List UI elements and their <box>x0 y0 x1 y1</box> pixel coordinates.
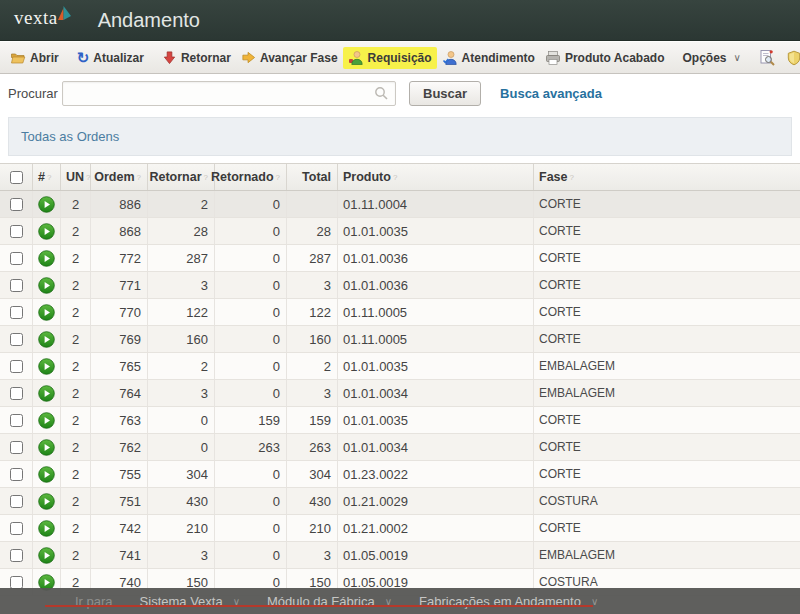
row-checkbox[interactable] <box>10 441 23 454</box>
cell-produto: 01.21.0029 <box>338 488 534 514</box>
play-icon[interactable] <box>38 493 55 510</box>
row-checkbox[interactable] <box>10 360 23 373</box>
table-row[interactable]: 2 769 160 0 160 01.11.0005 CORTE <box>0 326 800 353</box>
table-row[interactable]: 2 741 3 0 3 01.05.0019 EMBALAGEM <box>0 542 800 569</box>
toolbar: Abrir ↻ Atualizar Retornar Avançar Fase … <box>0 41 800 74</box>
row-checkbox[interactable] <box>10 333 23 346</box>
play-icon[interactable] <box>38 439 55 456</box>
atendimento-button[interactable]: Atendimento <box>437 47 540 69</box>
row-checkbox[interactable] <box>10 279 23 292</box>
shield-button[interactable] <box>781 47 800 69</box>
column-header-retornar[interactable]: Retornar? <box>148 164 215 190</box>
cell-fase: CORTE <box>534 461 800 487</box>
cell-produto: 01.01.0034 <box>338 380 534 406</box>
row-checkbox[interactable] <box>10 549 23 562</box>
table-row[interactable]: 2 765 2 0 2 01.01.0035 EMBALAGEM <box>0 353 800 380</box>
sort-hint-icon: ? <box>570 173 574 182</box>
cell-un: 2 <box>61 434 91 460</box>
table-row[interactable]: 2 886 2 0 01.11.0004 CORTE <box>0 191 800 218</box>
sort-hint-icon: ? <box>393 173 397 182</box>
avancar-fase-button[interactable]: Avançar Fase <box>236 47 343 68</box>
table-row[interactable]: 2 772 287 0 287 01.01.0036 CORTE <box>0 245 800 272</box>
row-action-cell <box>33 407 61 433</box>
abrir-button[interactable]: Abrir <box>5 47 64 69</box>
column-header-total[interactable]: Total <box>287 164 338 190</box>
row-checkbox[interactable] <box>10 225 23 238</box>
column-header-fase[interactable]: Fase? <box>534 164 800 190</box>
column-header-ordem[interactable]: Ordem? <box>91 164 148 190</box>
row-checkbox[interactable] <box>10 468 23 481</box>
column-header-un[interactable]: UN? <box>61 164 91 190</box>
cell-retornado: 0 <box>215 299 287 325</box>
row-checkbox[interactable] <box>10 414 23 427</box>
cell-produto: 01.01.0036 <box>338 245 534 271</box>
row-checkbox[interactable] <box>10 387 23 400</box>
cell-produto: 01.23.0022 <box>338 461 534 487</box>
produto-acabado-button[interactable]: Produto Acabado <box>540 47 670 69</box>
cell-un: 2 <box>61 191 91 217</box>
cell-retornado: 159 <box>215 407 287 433</box>
play-icon[interactable] <box>38 196 55 213</box>
table-row[interactable]: 2 755 304 0 304 01.23.0022 CORTE <box>0 461 800 488</box>
buscar-button[interactable]: Buscar <box>409 81 481 106</box>
cell-retornar: 28 <box>148 218 215 244</box>
cell-fase: EMBALAGEM <box>534 380 800 406</box>
cell-retornado: 263 <box>215 434 287 460</box>
person-blue-icon <box>442 50 458 66</box>
sort-hint-icon: ? <box>204 173 208 182</box>
row-action-cell <box>33 353 61 379</box>
row-checkbox[interactable] <box>10 576 23 589</box>
row-checkbox[interactable] <box>10 495 23 508</box>
cell-total: 28 <box>287 218 338 244</box>
play-icon[interactable] <box>38 547 55 564</box>
retornar-button[interactable]: Retornar <box>157 47 236 68</box>
table-row[interactable]: 2 764 3 0 3 01.01.0034 EMBALAGEM <box>0 380 800 407</box>
cell-fase: CORTE <box>534 434 800 460</box>
cell-fase: CORTE <box>534 326 800 352</box>
play-icon[interactable] <box>38 223 55 240</box>
table-row[interactable]: 2 770 122 0 122 01.11.0005 CORTE <box>0 299 800 326</box>
row-checkbox[interactable] <box>10 306 23 319</box>
table-row[interactable]: 2 763 0 159 159 01.01.0035 CORTE <box>0 407 800 434</box>
row-action-cell <box>33 245 61 271</box>
play-icon[interactable] <box>38 250 55 267</box>
cell-total: 122 <box>287 299 338 325</box>
play-icon[interactable] <box>38 520 55 537</box>
column-header-num[interactable]: #? <box>33 164 61 190</box>
play-icon[interactable] <box>38 277 55 294</box>
table-row[interactable]: 2 751 430 0 430 01.21.0029 COSTURA <box>0 488 800 515</box>
table-row[interactable]: 2 742 210 0 210 01.21.0002 CORTE <box>0 515 800 542</box>
column-header-retornado[interactable]: Retornado? <box>215 164 287 190</box>
view-log-button[interactable] <box>754 46 781 69</box>
requisicao-button[interactable]: Requisição <box>343 47 437 69</box>
row-checkbox-cell <box>0 353 33 379</box>
search-label: Procurar <box>8 86 54 101</box>
cell-total: 3 <box>287 542 338 568</box>
table-row[interactable]: 2 762 0 263 263 01.01.0034 CORTE <box>0 434 800 461</box>
column-header-produto[interactable]: Produto? <box>338 164 534 190</box>
atualizar-button[interactable]: ↻ Atualizar <box>72 48 149 68</box>
play-icon[interactable] <box>38 466 55 483</box>
table-row[interactable]: 2 868 28 0 28 01.01.0035 CORTE <box>0 218 800 245</box>
app-header: vexta Andamento <box>0 0 800 41</box>
shield-icon <box>786 50 800 66</box>
cell-ordem: 762 <box>91 434 148 460</box>
busca-avancada-link[interactable]: Busca avançada <box>500 86 602 101</box>
play-icon[interactable] <box>38 358 55 375</box>
cell-retornado: 0 <box>215 245 287 271</box>
cell-retornado: 0 <box>215 380 287 406</box>
cell-fase: COSTURA <box>534 488 800 514</box>
play-icon[interactable] <box>38 304 55 321</box>
cell-un: 2 <box>61 326 91 352</box>
table-row[interactable]: 2 771 3 0 3 01.01.0036 CORTE <box>0 272 800 299</box>
play-icon[interactable] <box>38 412 55 429</box>
select-all-checkbox[interactable] <box>10 171 23 184</box>
row-checkbox[interactable] <box>10 198 23 211</box>
row-checkbox[interactable] <box>10 252 23 265</box>
opcoes-dropdown[interactable]: Opções ∨ <box>678 48 746 68</box>
cell-total: 210 <box>287 515 338 541</box>
play-icon[interactable] <box>38 331 55 348</box>
row-checkbox[interactable] <box>10 522 23 535</box>
search-input[interactable] <box>62 81 396 106</box>
play-icon[interactable] <box>38 385 55 402</box>
